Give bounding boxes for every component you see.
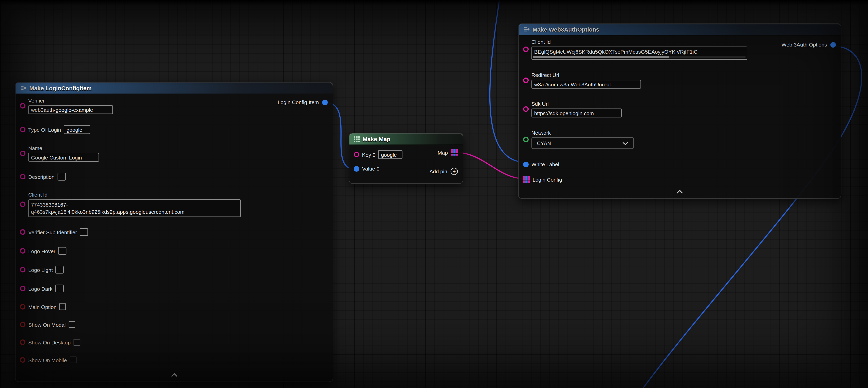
collapse-chevron-button[interactable] [676,186,684,196]
map-container-icon [354,136,360,142]
pin-label: Value 0 [362,166,380,172]
network-dropdown-value: CYAN [537,140,551,146]
chevron-up-icon [676,190,684,194]
node-header[interactable]: Make Web3AuthOptions [519,24,841,35]
client-id-input[interactable]: 774338308167- q463s7kpvja16l4l0kko3nb925… [28,199,241,217]
pin-row-network: Network CYAN [523,129,835,149]
verifier-input[interactable] [28,105,113,114]
bool-pin-show-on-desktop[interactable] [20,339,25,345]
pin-label: Key 0 [362,151,375,157]
struct-pin-value0[interactable] [354,166,359,171]
pin-row-type-of-login: Type Of Login [20,125,327,134]
string-pin-logo-light[interactable] [20,267,25,272]
client-id-text: BEglQSgt4cUWcj6SKRdu5QkOXTsePmMcusG5EAoy… [534,49,744,55]
pin-row-white-label: White Label [523,161,835,167]
pin-row-logo-light: Logo Light [20,266,327,273]
show-on-modal-checkbox[interactable] [68,321,75,328]
pin-label: Logo Dark [28,286,53,292]
string-pin-client-id[interactable] [523,47,529,52]
show-on-desktop-checkbox[interactable] [73,339,80,346]
string-pin-verifier-sub-identifier[interactable] [20,229,25,235]
pin-row-verifier-sub-identifier: Verifier Sub Identifier [20,228,327,236]
redirect-url-input[interactable] [531,80,641,89]
string-pin-name[interactable] [20,151,25,156]
string-pin-key0[interactable] [354,152,359,157]
add-pin-button[interactable]: Add pin + [430,168,458,175]
struct-pin-white-label[interactable] [523,161,529,167]
make-struct-icon [523,26,530,33]
pin-label: Show On Modal [28,321,66,327]
pin-label: Show On Desktop [28,339,70,345]
struct-pin-web3auth-options-output[interactable] [830,42,836,47]
pin-label: Description [28,174,54,180]
string-pin-sdk-url[interactable] [523,106,529,112]
make-struct-icon [20,85,27,91]
output-pin-label: Map [438,149,448,155]
pin-row-show-on-mobile: Show On Mobile [20,357,327,363]
verifier-sub-identifier-input[interactable] [80,228,88,236]
pin-label: Client Id [531,39,747,45]
key0-input[interactable] [378,150,403,159]
node-make-map[interactable]: Make Map Key 0 Value 0 Map Add pin + [349,133,463,184]
main-option-checkbox[interactable] [59,303,66,310]
output-row-map: Map [438,149,458,156]
type-of-login-input[interactable] [64,125,90,134]
name-input[interactable] [28,153,99,162]
enum-pin-network[interactable] [523,137,529,142]
struct-pin-login-config-item-output[interactable] [322,99,328,105]
collapse-chevron-button[interactable] [170,369,178,379]
pin-row-main-option: Main Option [20,303,327,310]
string-pin-redirect-url[interactable] [523,78,529,83]
horizontal-scrollbar[interactable] [533,56,746,58]
description-input[interactable] [57,173,66,180]
sdk-url-input[interactable] [531,109,622,117]
blueprint-editor: Make LoginConfigItem Verifier Type Of Lo… [0,0,868,388]
add-pin-plus-icon: + [451,168,458,175]
map-pin-output[interactable] [451,149,458,156]
pin-label: Name [28,145,99,151]
pin-row-name: Name [20,145,327,162]
string-pin-client-id[interactable] [20,202,25,207]
pin-label: Verifier [28,97,113,103]
pin-row-description: Description [20,173,327,180]
pin-row-sdk-url: Sdk Url [523,101,835,117]
node-header[interactable]: Make Map [349,133,463,145]
pin-label: Client Id [28,191,241,198]
pin-label: Main Option [28,304,57,310]
logo-dark-input[interactable] [55,285,63,292]
node-title: Make Map [363,136,391,142]
bool-pin-main-option[interactable] [20,304,25,309]
output-row-login-config-item: Login Config Item [278,99,328,105]
logo-hover-input[interactable] [58,247,66,255]
bool-pin-show-on-modal[interactable] [20,322,25,327]
bool-pin-show-on-mobile[interactable] [20,357,25,363]
node-title: Make LoginConfigItem [29,85,92,91]
logo-light-input[interactable] [56,266,64,273]
pin-label: Network [531,129,634,136]
string-pin-logo-hover[interactable] [20,248,25,253]
client-id-input[interactable]: BEglQSgt4cUWcj6SKRdu5QkOXTsePmMcusG5EAoy… [531,47,747,60]
string-pin-type-of-login[interactable] [20,127,25,132]
wire-map-to-loginconfig[interactable] [455,152,526,179]
network-dropdown[interactable]: CYAN [531,138,634,149]
pin-label: White Label [531,161,559,167]
show-on-mobile-checkbox[interactable] [69,357,76,363]
string-pin-description[interactable] [20,174,25,179]
pin-label: Login Config [532,176,562,183]
blueprint-canvas[interactable]: Make LoginConfigItem Verifier Type Of Lo… [0,0,868,388]
map-pin-login-config[interactable] [523,176,530,183]
node-header[interactable]: Make LoginConfigItem [16,82,333,94]
string-pin-verifier[interactable] [20,103,25,109]
pin-label: Logo Light [28,267,53,273]
pin-row-login-config: Login Config [523,176,835,183]
pin-row-client-id: Client Id 774338308167- q463s7kpvja16l4l… [20,191,327,217]
node-make-web3authoptions[interactable]: Make Web3AuthOptions Client Id BEglQSgt4… [518,23,841,199]
pin-label: Show On Mobile [28,357,67,363]
pin-row-show-on-modal: Show On Modal [20,321,327,328]
string-pin-logo-dark[interactable] [20,286,25,291]
pin-label: Redirect Url [531,72,641,78]
node-make-loginconfigitem[interactable]: Make LoginConfigItem Verifier Type Of Lo… [15,82,333,382]
pin-label: Type Of Login [28,126,61,133]
scrollbar-thumb[interactable] [533,56,669,58]
pin-row-redirect-url: Redirect Url [523,72,835,89]
